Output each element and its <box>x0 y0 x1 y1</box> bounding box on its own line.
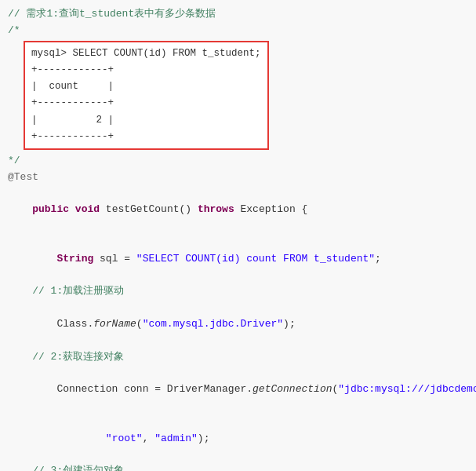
comment-register: // 1:加载注册驱动 <box>8 283 468 300</box>
mysql-prompt: mysql> SELECT COUNT(id) FROM t_student; <box>31 46 261 62</box>
method-sig: public void testGetCount() throws Except… <box>8 186 468 235</box>
sql-decl: String sql = "SELECT COUNT(id) count FRO… <box>8 235 468 283</box>
mysql-sep3: +------------+ <box>31 129 261 145</box>
mysql-sep2: +------------+ <box>31 95 261 111</box>
classforname: Class.forName("com.mysql.jdbc.Driver"); <box>8 300 468 349</box>
comment-block-open: /* <box>8 23 468 39</box>
mysql-sep1: +------------+ <box>31 62 261 78</box>
conn-line2: "root", "admin"); <box>8 414 468 463</box>
code-area: // 需求1:查询t_student表中有多少条数据 /* mysql> SEL… <box>0 0 476 471</box>
mysql-col: | count | <box>31 78 261 95</box>
comment-stmt: // 3:创建语句对象 <box>8 463 468 471</box>
comment-block-close: */ <box>8 153 468 170</box>
mysql-val: | 2 | <box>31 112 261 129</box>
comment-req1: // 需求1:查询t_student表中有多少条数据 <box>8 6 468 23</box>
conn-line1: Connection conn = DriverManager.getConne… <box>8 365 468 414</box>
annotation: @Test <box>8 170 468 186</box>
comment-conn: // 2:获取连接对象 <box>8 349 468 366</box>
